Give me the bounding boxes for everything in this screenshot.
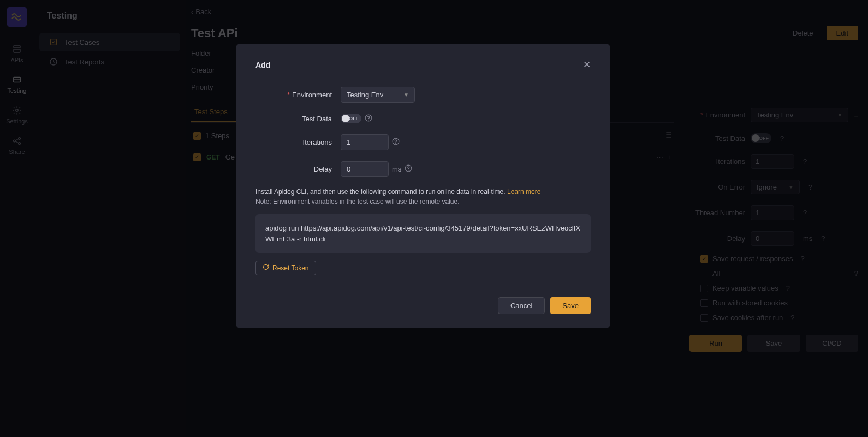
modal-env-label: Environment (292, 91, 332, 99)
learn-more-link[interactable]: Learn more (507, 188, 540, 196)
modal-test-data-label: Test Data (255, 115, 341, 123)
svg-point-19 (368, 120, 369, 120)
modal-iterations-label: Iterations (255, 138, 341, 146)
modal-title: Add (255, 61, 270, 69)
close-icon[interactable]: ✕ (583, 59, 591, 70)
svg-point-23 (408, 170, 409, 170)
cli-instruction: Install Apidog CLI, and then use the fol… (255, 188, 591, 196)
modal-test-data-toggle[interactable]: OFF (341, 114, 361, 123)
svg-point-21 (396, 143, 396, 144)
reset-token-button[interactable]: Reset Token (255, 261, 316, 275)
help-icon[interactable] (365, 114, 372, 123)
help-icon[interactable] (405, 164, 412, 174)
add-modal: Add ✕ *Environment Testing Env ▼ Test Da… (236, 44, 610, 328)
modal-delay-input[interactable] (341, 161, 389, 177)
modal-environment-select[interactable]: Testing Env ▼ (341, 87, 415, 103)
modal-delay-unit: ms (392, 165, 401, 173)
help-icon[interactable] (392, 138, 400, 147)
chevron-down-icon: ▼ (403, 92, 409, 98)
modal-save-button[interactable]: Save (550, 297, 591, 314)
modal-env-value: Testing Env (347, 91, 383, 99)
refresh-icon (263, 264, 269, 272)
cli-command[interactable]: apidog run https://api.apidog.com/api/v1… (255, 214, 591, 253)
reset-token-label: Reset Token (272, 264, 309, 272)
modal-iterations-input[interactable] (341, 134, 389, 150)
modal-delay-label: Delay (255, 165, 341, 173)
cancel-button[interactable]: Cancel (498, 297, 545, 314)
env-note: Note: Environment variables in the test … (255, 198, 591, 205)
